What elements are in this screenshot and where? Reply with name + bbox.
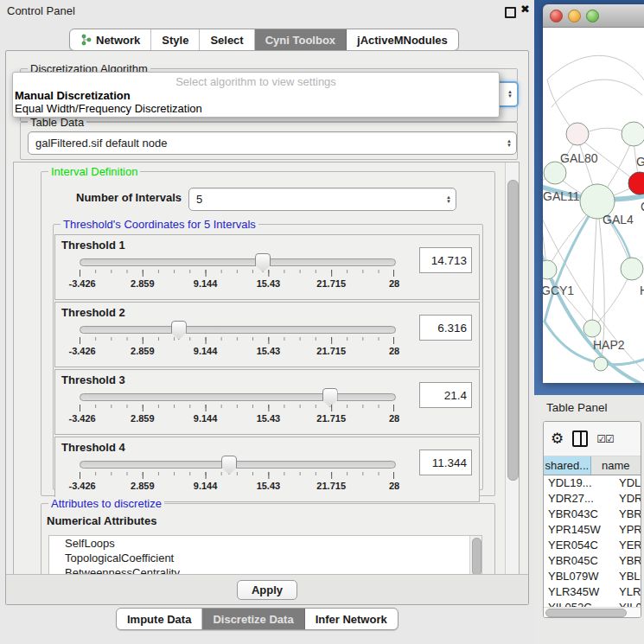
tick-label: 15.43 [257,278,281,289]
network-window-titlebar[interactable] [543,4,644,28]
list-item[interactable]: TopologicalCoefficient [49,551,481,565]
node-label: GA [636,155,644,169]
stepper-icon: ▲▼ [446,195,451,204]
table-row[interactable]: YER054CYER0 [544,538,641,553]
node-label: GAL11 [543,189,580,203]
threshold-value-field[interactable]: 21.4 [419,382,472,408]
cell-name[interactable]: YLR3 [613,584,641,600]
table-horizontal-scrollbar[interactable] [544,607,641,617]
table-row[interactable]: YPR145WYPR1 [544,522,641,538]
cell-name[interactable]: YER0 [613,538,641,553]
threshold-label: Threshold 2 [61,306,125,319]
split-columns-icon[interactable] [572,430,588,447]
threshold-4-slider[interactable] [80,461,396,469]
table-panel: Table Panel ⚙ ☑☑ shared... name YDL19...… [534,395,644,644]
network-canvas[interactable]: GAL80 GA GAL11 GAL4 C GCY1 H HAP2 [543,28,644,383]
tab-impute-data[interactable]: Impute Data [117,609,202,629]
cell-shared-name[interactable]: YLR345W [544,584,613,600]
scrollbar-thumb[interactable] [507,180,519,481]
close-icon[interactable]: ✖ [520,3,530,16]
threshold-value-field[interactable]: 11.344 [419,450,472,475]
tick-label: -3.426 [69,481,96,491]
network-view-window[interactable]: GAL80 GA GAL11 GAL4 C GCY1 H HAP2 [543,4,644,383]
tick-label: 21.715 [316,481,346,491]
scrollbar-thumb[interactable] [472,538,481,576]
table-row[interactable]: YDL19...YDL1 [544,475,641,491]
close-traffic-light[interactable] [550,10,563,22]
table-row[interactable]: YIL052CYIL0 [544,600,641,607]
cell-shared-name[interactable]: YDR27... [544,491,613,507]
tick-label: 2.859 [131,481,155,491]
threshold-1-slider[interactable] [80,258,396,266]
number-of-intervals-select[interactable]: 5 ▲▼ [188,188,456,211]
table-row[interactable]: YLR345WYLR3 [544,584,641,600]
tab-cyni-toolbox[interactable]: Cyni Toolbox [255,29,347,50]
tick-label: 2.859 [131,346,155,356]
table-panel-title: Table Panel [546,401,608,414]
cell-name[interactable]: YPR1 [613,522,641,538]
zoom-traffic-light[interactable] [586,10,599,22]
group-title: Interval Definition [48,165,140,178]
list-item[interactable]: SelfLoops [49,536,481,551]
slider-tick-labels: -3.4262.8599.14415.4321.71528 [80,346,394,358]
cyni-settings-panel: Discretization Algorithm ▲▼ Table Data g… [5,50,529,605]
cell-shared-name[interactable]: YER054C [544,538,613,553]
cell-shared-name[interactable]: YBL079W [544,569,613,584]
cell-name[interactable]: YBR0 [613,507,641,522]
cell-shared-name[interactable]: YDL19... [544,475,613,491]
minimize-traffic-light[interactable] [568,10,581,22]
option-equal-width-frequency[interactable]: Equal Width/Frequency Discretization [15,102,202,115]
column-header-shared-name[interactable]: shared... [544,456,591,475]
table-row[interactable]: YBL079WYBL0 [544,569,641,584]
threshold-3-slider[interactable] [80,393,396,401]
table-row[interactable]: YDR27...YDR2 [544,491,641,507]
table-row[interactable]: YBR045CYBR0 [544,553,641,569]
node-hap2 [583,320,601,337]
threshold-3-panel: Threshold 3 -3.4262.8599.14415.4321.7152… [54,369,480,435]
tab-jactivemnodules[interactable]: jActiveMNodules [347,29,458,50]
cell-shared-name[interactable]: YPR145W [544,522,613,538]
tab-style[interactable]: Style [151,29,200,50]
cell-shared-name[interactable]: YBR043C [544,507,613,522]
tab-select[interactable]: Select [200,29,254,50]
list-scrollbar[interactable] [469,536,481,576]
node-selected-red [628,172,644,194]
group-title: Threshold's Coordinates for 5 Intervals [61,218,258,231]
tab-discretize-data[interactable]: Discretize Data [202,609,304,629]
column-header-name[interactable]: name [591,456,641,475]
cell-name[interactable]: YDR2 [613,491,641,507]
cell-name[interactable]: YIL0 [613,600,641,607]
apply-button[interactable]: Apply [237,580,297,600]
cell-shared-name[interactable]: YIL052C [544,600,613,607]
tick-label: 9.144 [194,278,218,289]
tick-label: 28 [389,278,399,289]
algorithm-dropdown-popup: Select algorithm to view settings Manual… [12,72,500,118]
option-manual-discretization[interactable]: Manual Discretization [15,89,131,102]
cell-name[interactable]: YBL0 [613,569,641,584]
control-panel-tabs: Network Style Select Cyni Toolbox jActiv… [69,29,459,51]
node-label: GCY1 [543,284,574,297]
tick-label: -3.426 [69,278,96,289]
cell-shared-name[interactable]: YBR045C [544,553,613,569]
cell-name[interactable]: YDL1 [613,475,641,491]
tick-label: 28 [389,481,399,491]
tab-infer-network[interactable]: Infer Network [305,609,398,629]
table-row[interactable]: YBR043CYBR0 [544,507,641,522]
threshold-2-slider[interactable] [80,326,396,334]
node-label: HAP2 [593,338,625,352]
threshold-1-panel: Threshold 1 -3.4262.8599.14415.4321.7152… [54,234,480,300]
scrollbar-thumb[interactable] [545,609,627,617]
table-data-select[interactable]: galFiltered.sif default node ▲▼ [28,131,517,155]
tab-network[interactable]: Network [70,29,151,50]
select-columns-icon[interactable]: ☑☑ [596,433,614,445]
settings-scrollbar[interactable] [505,163,519,575]
cyni-mode-tabs: Impute Data Discretize Data Infer Networ… [116,608,399,630]
threshold-value-field[interactable]: 6.316 [419,315,472,341]
threshold-value-field[interactable]: 14.713 [419,247,472,273]
gear-icon[interactable]: ⚙ [551,431,564,446]
number-of-intervals-label: Number of Intervals [76,191,182,204]
cell-name[interactable]: YBR0 [613,553,641,569]
numerical-attributes-list[interactable]: SelfLoopsTopologicalCoefficientBetweenne… [48,535,482,576]
node-label: GAL80 [560,151,598,165]
float-window-icon[interactable] [505,7,516,18]
